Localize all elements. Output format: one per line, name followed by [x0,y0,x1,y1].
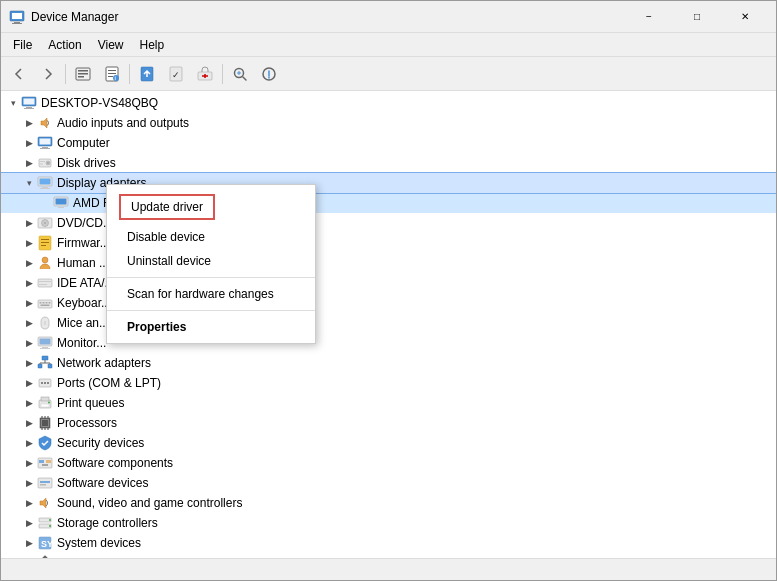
update-driver-toolbar-button[interactable] [133,61,161,87]
svg-point-95 [49,519,51,521]
svg-rect-36 [40,188,50,189]
tree-item-print[interactable]: ▶ Print queues [1,393,776,413]
keyboard-label: Keyboar... [57,296,111,310]
svg-rect-1 [12,13,22,19]
root-expand-icon[interactable]: ▾ [5,95,21,111]
svg-rect-52 [40,302,42,304]
svg-rect-92 [40,484,46,486]
tree-item-processor[interactable]: ▶ Processors [1,413,776,433]
ports-expand[interactable]: ▶ [21,375,37,391]
ports-icon [37,375,53,391]
audio-label: Audio inputs and outputs [57,116,189,130]
context-menu: Update driver Disable device Uninstall d… [106,184,316,344]
sound-icon [37,495,53,511]
tree-item-software-components[interactable]: ▶ Software components [1,453,776,473]
ide-icon [37,275,53,291]
usb-expand[interactable]: ▶ [21,555,37,558]
dvd-expand[interactable]: ▶ [21,215,37,231]
svg-rect-62 [42,356,48,360]
sound-expand[interactable]: ▶ [21,495,37,511]
menu-help[interactable]: Help [132,36,173,54]
tree-item-sound[interactable]: ▶ Sound, video and game controllers [1,493,776,513]
security-expand[interactable]: ▶ [21,435,37,451]
svg-rect-54 [46,302,48,304]
svg-rect-59 [40,339,51,345]
display-icon [37,175,53,191]
close-button[interactable]: ✕ [722,7,768,27]
human-expand[interactable]: ▶ [21,255,37,271]
tree-item-disk[interactable]: ▶ Disk drives [1,153,776,173]
properties-button[interactable]: i [98,61,126,87]
firmware-expand[interactable]: ▶ [21,235,37,251]
ctx-scan-hardware[interactable]: Scan for hardware changes [107,282,315,306]
enable-button[interactable]: ✓ [162,61,190,87]
update-driver-button[interactable]: Update driver [119,194,215,220]
svg-rect-7 [78,76,84,78]
menu-action[interactable]: Action [40,36,89,54]
tree-root[interactable]: ▾ DESKTOP-VS48QBQ [1,93,776,113]
audio-icon [37,115,53,131]
tree-item-network[interactable]: ▶ Network adapters [1,353,776,373]
svg-rect-48 [38,279,52,287]
tree-item-storage[interactable]: ▶ Storage controllers [1,513,776,533]
svg-rect-34 [40,179,51,185]
back-button[interactable] [5,61,33,87]
ctx-update-driver-wrapper: Update driver [107,189,315,225]
tree-item-usb[interactable]: ▶ Universal Serial Bus controllers [1,553,776,558]
firmware-label: Firmwar... [57,236,110,250]
svg-rect-38 [56,199,67,205]
computer-label: Computer [57,136,110,150]
maximize-button[interactable]: □ [674,7,720,27]
svg-text:SYS: SYS [41,539,53,549]
storage-expand[interactable]: ▶ [21,515,37,531]
system-expand[interactable]: ▶ [21,535,37,551]
svg-rect-91 [40,481,50,483]
svg-rect-25 [40,139,51,145]
software-devices-expand[interactable]: ▶ [21,475,37,491]
print-icon [37,395,53,411]
uninstall-button[interactable] [191,61,219,87]
svg-point-70 [41,382,43,384]
monitor-expand[interactable]: ▶ [21,335,37,351]
tree-item-software-devices[interactable]: ▶ Software devices [1,473,776,493]
svg-rect-55 [49,302,51,304]
menu-view[interactable]: View [90,36,132,54]
title-bar: Device Manager − □ ✕ [1,1,776,33]
ide-expand[interactable]: ▶ [21,275,37,291]
ctx-uninstall-device[interactable]: Uninstall device [107,249,315,273]
audio-expand[interactable]: ▶ [21,115,37,131]
mice-expand[interactable]: ▶ [21,315,37,331]
tree-item-computer[interactable]: ▶ Computer [1,133,776,153]
processor-expand[interactable]: ▶ [21,415,37,431]
software-components-expand[interactable]: ▶ [21,455,37,471]
dvd-label: DVD/CD... [57,216,113,230]
show-hide-button[interactable] [69,61,97,87]
toolbar-sep-1 [65,64,66,84]
forward-button[interactable] [34,61,62,87]
network-icon [37,355,53,371]
tree-item-ports[interactable]: ▶ Ports (COM & LPT) [1,373,776,393]
print-expand[interactable]: ▶ [21,395,37,411]
storage-icon [37,515,53,531]
network-expand[interactable]: ▶ [21,355,37,371]
tree-item-security[interactable]: ▶ Security devices [1,433,776,453]
scan-button[interactable] [226,61,254,87]
svg-rect-74 [41,397,49,401]
svg-rect-51 [38,300,52,308]
keyboard-expand[interactable]: ▶ [21,295,37,311]
ctx-properties[interactable]: Properties [107,315,315,339]
tree-item-audio[interactable]: ▶ Audio inputs and outputs [1,113,776,133]
toolbar: i ✓ [1,57,776,91]
ctx-disable-device[interactable]: Disable device [107,225,315,249]
ports-label: Ports (COM & LPT) [57,376,161,390]
menu-file[interactable]: File [5,36,40,54]
tree-item-system[interactable]: ▶ SYS System devices [1,533,776,553]
disk-expand[interactable]: ▶ [21,155,37,171]
svg-rect-53 [43,302,45,304]
more-button[interactable] [255,61,283,87]
minimize-button[interactable]: − [626,7,672,27]
display-expand[interactable]: ▾ [21,175,37,191]
svg-point-47 [42,257,48,263]
window-title: Device Manager [31,10,626,24]
computer-expand[interactable]: ▶ [21,135,37,151]
